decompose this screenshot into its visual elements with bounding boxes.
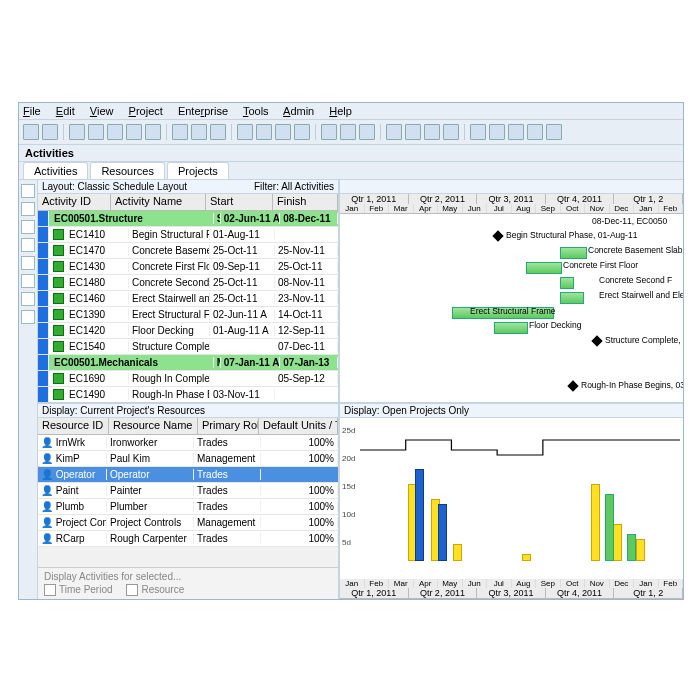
tab-projects[interactable]: Projects xyxy=(167,162,229,179)
resource-chart[interactable]: 25d20d15d10d5d xyxy=(340,418,683,579)
tb-icon[interactable] xyxy=(508,124,524,140)
resource-rows[interactable]: 👤 IrnWrkIronworkerTrades100%👤 KimPPaul K… xyxy=(38,435,338,567)
menu-help[interactable]: Help xyxy=(329,105,352,117)
col-activity-id[interactable]: Activity ID xyxy=(38,194,111,210)
bar-label: Erect Structural Frame xyxy=(470,306,556,316)
gantt-bar[interactable] xyxy=(494,322,528,334)
activity-row[interactable]: EC1430Concrete First Floor09-Sep-1125-Oc… xyxy=(38,259,338,275)
checkbox-resource[interactable] xyxy=(126,584,138,596)
checkbox-time-period[interactable] xyxy=(44,584,56,596)
menu-view[interactable]: View xyxy=(90,105,114,117)
resource-row[interactable]: 👤 Project ContProject ControlsManagement… xyxy=(38,515,338,531)
activity-row[interactable]: EC1410Begin Structural Phase01-Aug-11 xyxy=(38,227,338,243)
activity-row[interactable]: EC1540Structure Complete07-Dec-11 xyxy=(38,339,338,355)
menu-project[interactable]: Project xyxy=(129,105,163,117)
tb-icon[interactable] xyxy=(546,124,562,140)
activity-row[interactable]: EC00501.StructureStructure02-Jun-11 A08-… xyxy=(38,211,338,227)
toolbar-1 xyxy=(19,120,683,145)
tb-icon[interactable] xyxy=(42,124,58,140)
section-title: Activities xyxy=(19,145,683,162)
chart-layout-label: Display: Open Projects Only xyxy=(340,404,683,418)
menu-tools[interactable]: Tools xyxy=(243,105,269,117)
gantt-bar[interactable] xyxy=(526,262,562,274)
gantt-chart[interactable]: Begin Structural Phase, 01-Aug-11 Concre… xyxy=(340,214,683,402)
menu-admin[interactable]: Admin xyxy=(283,105,314,117)
col-activity-name[interactable]: Activity Name xyxy=(111,194,206,210)
vt-icon[interactable] xyxy=(21,292,35,306)
tb-icon[interactable] xyxy=(294,124,310,140)
milestone-icon xyxy=(492,230,503,241)
vt-icon[interactable] xyxy=(21,310,35,324)
gantt-bar[interactable] xyxy=(560,247,587,259)
vt-icon[interactable] xyxy=(21,202,35,216)
tb-icon[interactable] xyxy=(237,124,253,140)
tb-icon[interactable] xyxy=(386,124,402,140)
tb-icon[interactable] xyxy=(126,124,142,140)
app-window: File Edit View Project Enterprise Tools … xyxy=(18,102,684,600)
activity-row[interactable]: EC1470Concrete Basement Slab25-Oct-1125-… xyxy=(38,243,338,259)
tb-icon[interactable] xyxy=(470,124,486,140)
tb-icon[interactable] xyxy=(23,124,39,140)
resource-row[interactable]: 👤 RCarpRough CarpenterTrades100% xyxy=(38,531,338,547)
col-start[interactable]: Start xyxy=(206,194,273,210)
col-finish[interactable]: Finish xyxy=(273,194,338,210)
tb-icon[interactable] xyxy=(359,124,375,140)
tb-icon[interactable] xyxy=(443,124,459,140)
activity-row[interactable]: EC1420Floor Decking01-Aug-11 A12-Sep-11 xyxy=(38,323,338,339)
activity-rows[interactable]: EC00501.StructureStructure02-Jun-11 A08-… xyxy=(38,211,338,402)
resource-chart-pane: Display: Open Projects Only 25d20d15d10d… xyxy=(340,404,683,599)
vt-icon[interactable] xyxy=(21,274,35,288)
activity-row[interactable]: EC00501.MechanicalsMechanical/E07-Jan-11… xyxy=(38,355,338,371)
tb-icon[interactable] xyxy=(191,124,207,140)
tb-icon[interactable] xyxy=(256,124,272,140)
tb-icon[interactable] xyxy=(88,124,104,140)
filter-label: Filter: All Activities xyxy=(254,181,334,192)
tab-resources[interactable]: Resources xyxy=(90,162,165,179)
tb-icon[interactable] xyxy=(340,124,356,140)
col-res-role[interactable]: Primary Role xyxy=(198,418,259,434)
tb-icon[interactable] xyxy=(489,124,505,140)
col-res-name[interactable]: Resource Name xyxy=(109,418,198,434)
bar-label: 08-Dec-11, EC0050 xyxy=(592,216,667,226)
tb-icon[interactable] xyxy=(145,124,161,140)
tabbar: Activities Resources Projects xyxy=(19,162,683,180)
bar-label: Concrete Basement Slab xyxy=(588,245,683,255)
milestone-icon xyxy=(591,335,602,346)
vt-icon[interactable] xyxy=(21,238,35,252)
vt-icon[interactable] xyxy=(21,184,35,198)
tb-icon[interactable] xyxy=(405,124,421,140)
vt-icon[interactable] xyxy=(21,256,35,270)
tb-icon[interactable] xyxy=(275,124,291,140)
bar-label: Structure Complete, xyxy=(605,335,681,345)
vt-icon[interactable] xyxy=(21,220,35,234)
resource-row[interactable]: 👤 PaintPainterTrades100% xyxy=(38,483,338,499)
resource-row[interactable]: 👤 KimPPaul KimManagement100% xyxy=(38,451,338,467)
activity-row[interactable]: EC1690Rough In Complete05-Sep-12 xyxy=(38,371,338,387)
resource-row[interactable]: 👤 PlumbPlumberTrades100% xyxy=(38,499,338,515)
activity-row[interactable]: EC1460Erect Stairwell and Elevator Walls… xyxy=(38,291,338,307)
col-res-def[interactable]: Default Units / Time xyxy=(259,418,338,434)
tb-icon[interactable] xyxy=(172,124,188,140)
menu-file[interactable]: File xyxy=(23,105,41,117)
bar-label: Floor Decking xyxy=(529,320,581,330)
menu-edit[interactable]: Edit xyxy=(56,105,75,117)
layout-label: Layout: Classic Schedule Layout xyxy=(42,181,187,192)
filter-row: Display Activities for selected... Time … xyxy=(38,567,338,599)
menu-enterprise[interactable]: Enterprise xyxy=(178,105,228,117)
tb-icon[interactable] xyxy=(527,124,543,140)
tb-icon[interactable] xyxy=(69,124,85,140)
tb-icon[interactable] xyxy=(107,124,123,140)
resource-row[interactable]: 👤 IrnWrkIronworkerTrades100% xyxy=(38,435,338,451)
tb-icon[interactable] xyxy=(321,124,337,140)
tab-activities[interactable]: Activities xyxy=(23,162,88,179)
activity-table-pane: Layout: Classic Schedule LayoutFilter: A… xyxy=(38,180,340,402)
activity-row[interactable]: EC1490Rough-In Phase Begins03-Nov-11 xyxy=(38,387,338,402)
activity-row[interactable]: EC1390Erect Structural Frame02-Jun-11 A1… xyxy=(38,307,338,323)
gantt-bar[interactable] xyxy=(560,277,574,289)
resource-row[interactable]: 👤 OperatorOperatorTrades xyxy=(38,467,338,483)
col-res-id[interactable]: Resource ID xyxy=(38,418,109,434)
gantt-bar[interactable] xyxy=(560,292,584,304)
tb-icon[interactable] xyxy=(210,124,226,140)
tb-icon[interactable] xyxy=(424,124,440,140)
activity-row[interactable]: EC1480Concrete Second Floor25-Oct-1108-N… xyxy=(38,275,338,291)
